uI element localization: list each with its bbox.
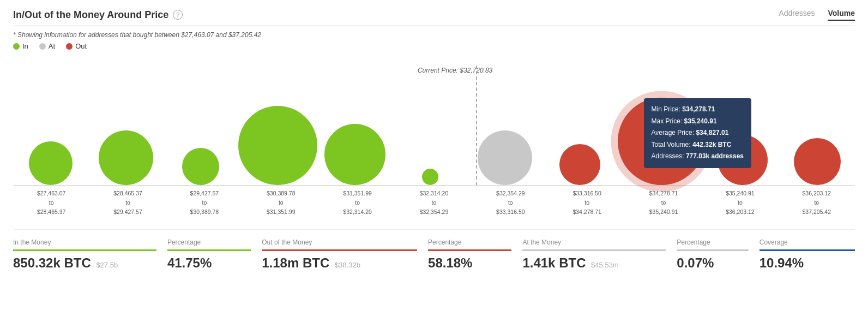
stat-value-row-at-the-money: 1.41k BTC $45.53m — [522, 255, 666, 271]
bubble-col-4 — [317, 65, 393, 185]
stat-group-in-the-money: In the Money 850.32k BTC $27.5b — [13, 239, 167, 271]
tooltip-avg-price: Average Price: $34,827.01 — [652, 127, 744, 139]
tab-volume[interactable]: Volume — [828, 9, 855, 21]
bubble-7[interactable] — [559, 144, 600, 185]
stat-label-percentage-at: Percentage — [677, 239, 748, 246]
stat-group-percentage-in: Percentage 41.75% — [167, 239, 262, 271]
stat-bar-percentage-at — [677, 249, 748, 251]
chart-title: In/Out of the Money Around Price — [13, 9, 168, 21]
range-7: $33,316.50 to $34,278.71 — [549, 189, 625, 216]
bubble-2[interactable] — [182, 148, 219, 185]
legend-out-dot — [66, 43, 73, 50]
bubble-col-7 — [542, 65, 618, 185]
range-labels-row: $27,463.07 to $28,465.37 $28,465.37 to $… — [13, 189, 855, 216]
range-9: $35,240.91 to $36,203.12 — [702, 189, 778, 216]
stat-value-percentage-at: 0.07% — [677, 255, 748, 271]
stat-bar-in-the-money — [13, 249, 156, 251]
bubble-3[interactable] — [238, 106, 317, 185]
tooltip: Min Price: $34,278.71 Max Price: $35,240… — [644, 98, 751, 168]
stat-value-out-of-the-money: 1.18m BTC — [262, 255, 329, 270]
legend-in: In — [13, 42, 28, 50]
tab-addresses[interactable]: Addresses — [779, 9, 815, 21]
range-5: $32,314.20 to $32,354.29 — [396, 189, 472, 216]
stat-value-row-in-the-money: 850.32k BTC $27.5b — [13, 255, 156, 271]
tooltip-min-price: Min Price: $34,278.71 — [652, 104, 744, 116]
stat-label-at-the-money: At the Money — [522, 239, 666, 246]
stat-value-at-the-money: 1.41k BTC — [522, 255, 586, 270]
bubble-4[interactable] — [324, 124, 385, 185]
stat-group-percentage-at: Percentage 0.07% — [677, 239, 759, 271]
range-6: $32,354.29 to $33,316.50 — [472, 189, 548, 216]
help-icon[interactable]: ? — [173, 10, 183, 20]
bubble-1[interactable] — [99, 130, 153, 185]
tab-group: Addresses Volume — [779, 9, 855, 21]
stat-group-percentage-out: Percentage 58.18% — [428, 239, 522, 271]
range-1: $28,465.37 to $29,427.57 — [89, 189, 166, 216]
stat-bar-percentage-in — [167, 249, 251, 251]
stat-value-in-the-money: 850.32k BTC — [13, 255, 91, 270]
stat-bar-out-of-the-money — [262, 249, 417, 251]
legend: In At Out — [13, 42, 855, 50]
range-0: $27,463.07 to $28,465.37 — [13, 189, 89, 216]
tooltip-max-price: Max Price: $35,240.91 — [652, 116, 744, 128]
range-8: $34,278.71 to $35,240.91 — [625, 189, 702, 216]
stat-value-coverage: 10.94% — [760, 255, 855, 271]
bottom-stats: In the Money 850.32k BTC $27.5b Percenta… — [13, 229, 855, 271]
main-container: In/Out of the Money Around Price ? Addre… — [0, 0, 868, 279]
chart-subtitle: * Showing information for addresses that… — [13, 31, 855, 39]
bubble-6[interactable] — [478, 130, 532, 185]
stat-label-in-the-money: In the Money — [13, 239, 156, 246]
legend-in-label: In — [22, 42, 28, 50]
bubble-col-0 — [13, 65, 88, 185]
stat-value-row-out-of-the-money: 1.18m BTC $38.32b — [262, 255, 417, 271]
stat-label-out-of-the-money: Out of the Money — [262, 239, 417, 246]
bubble-col-10 — [780, 65, 855, 185]
chart-header: In/Out of the Money Around Price ? Addre… — [13, 9, 855, 26]
legend-out-label: Out — [75, 42, 87, 50]
stat-label-percentage-in: Percentage — [167, 239, 251, 246]
bubble-col-5 — [393, 65, 468, 185]
legend-in-dot — [13, 43, 20, 50]
stat-label-coverage: Coverage — [760, 239, 855, 246]
range-3: $30,389.78 to $31,351.99 — [243, 189, 319, 216]
stat-label-percentage-out: Percentage — [428, 239, 511, 246]
bubble-col-2 — [163, 65, 238, 185]
bubbles-area: Min Price: $34,278.71 Max Price: $35,240… — [13, 65, 855, 186]
range-10: $36,203.12 to $37,205.42 — [779, 189, 855, 216]
stat-usd-in-the-money: $27.5b — [96, 261, 118, 269]
legend-out: Out — [66, 42, 87, 50]
bubble-5[interactable] — [422, 169, 438, 185]
tooltip-addresses: Addresses: 777.03k addresses — [652, 151, 744, 163]
stat-usd-at-the-money: $45.53m — [591, 261, 619, 269]
bubble-0[interactable] — [29, 141, 73, 185]
legend-at: At — [39, 42, 55, 50]
stat-bar-coverage — [760, 249, 855, 251]
bubble-10[interactable] — [794, 138, 841, 185]
bubble-col-3 — [238, 65, 317, 185]
price-dashed-line — [476, 65, 477, 185]
chart-container: Current Price: $32,720.83 Min Price: $34… — [13, 65, 855, 216]
stat-value-percentage-out: 58.18% — [428, 255, 511, 271]
stat-group-at-the-money: At the Money 1.41k BTC $45.53m — [522, 239, 677, 271]
bubble-col-1 — [88, 65, 164, 185]
legend-at-dot — [39, 43, 46, 50]
stat-bar-at-the-money — [522, 249, 666, 251]
legend-at-label: At — [49, 42, 55, 50]
stat-group-out-of-the-money: Out of the Money 1.18m BTC $38.32b — [262, 239, 428, 271]
stat-value-percentage-in: 41.75% — [167, 255, 251, 271]
stat-group-coverage: Coverage 10.94% — [760, 239, 855, 271]
stat-bar-percentage-out — [428, 249, 511, 251]
tooltip-total-volume: Total Volume: 442.32k BTC — [652, 139, 744, 151]
range-2: $29,427.57 to $30,389.78 — [166, 189, 243, 216]
bubble-col-6 — [467, 65, 542, 185]
range-4: $31,351.99 to $32,314.20 — [319, 189, 395, 216]
stat-usd-out-of-the-money: $38.32b — [335, 261, 360, 269]
